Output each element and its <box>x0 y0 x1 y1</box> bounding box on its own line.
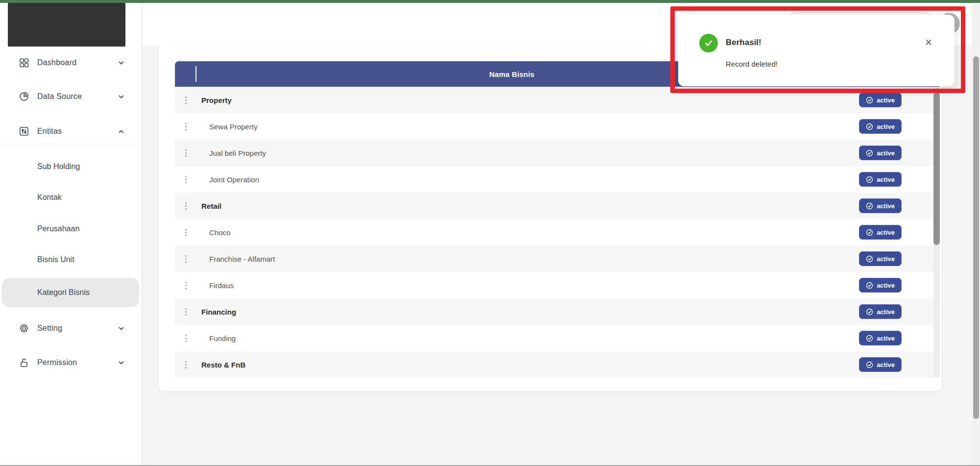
sidebar-item-dashboard[interactable]: Dashboard <box>0 51 142 74</box>
status-badge[interactable]: active <box>859 225 902 240</box>
table-row[interactable]: Financing active <box>175 298 940 325</box>
sidebar-item-kontak[interactable]: Kontak <box>0 186 142 209</box>
status-badge-label: active <box>877 361 895 368</box>
status-badge-label: active <box>877 123 895 130</box>
status-badge-label: active <box>877 97 895 104</box>
table-row[interactable]: Choco active <box>175 219 940 245</box>
sidebar-item-label: Entitas <box>37 127 62 136</box>
status-badge-label: active <box>877 149 895 157</box>
sidebar-item-label: Permission <box>37 358 77 367</box>
status-badge-label: active <box>877 255 895 263</box>
row-name: Choco <box>209 228 230 237</box>
chevron-down-icon <box>118 359 125 367</box>
pie-chart-icon <box>19 91 29 102</box>
status-badge[interactable]: active <box>859 331 902 345</box>
status-badge[interactable]: active <box>859 119 902 134</box>
sub-item-label: Perusahaan <box>37 224 79 233</box>
row-name: Financing <box>201 308 236 316</box>
row-menu-icon[interactable] <box>182 361 190 368</box>
sidebar-item-bisnis-unit[interactable]: Bisnis Unit <box>0 248 142 271</box>
grid-icon <box>19 57 29 68</box>
row-menu-icon[interactable] <box>182 335 190 342</box>
status-badge-label: active <box>877 335 895 342</box>
sub-item-label: Bisnis Unit <box>37 255 74 264</box>
window-scrollbar-thumb[interactable] <box>973 56 979 419</box>
row-name: Firdaus <box>209 281 234 290</box>
check-circle-icon <box>699 34 718 52</box>
sidebar-item-label: Data Source <box>37 92 82 101</box>
sidebar-item-entitas[interactable]: Entitas <box>0 120 142 143</box>
row-name: Sewa Property <box>209 123 257 131</box>
status-badge[interactable]: active <box>859 357 902 372</box>
status-badge[interactable]: active <box>859 172 902 187</box>
table-row[interactable]: Funding active <box>175 325 940 351</box>
status-badge-label: active <box>877 308 895 316</box>
status-badge[interactable]: active <box>859 278 902 293</box>
row-menu-icon[interactable] <box>182 202 190 210</box>
sidebar-item-label: Setting <box>37 324 62 333</box>
table-row[interactable]: Resto & FnB active <box>175 351 940 378</box>
kategori-bisnis-table: Nama Bisnis Property active Sewa Propert… <box>175 61 940 378</box>
row-menu-icon[interactable] <box>182 97 190 104</box>
table-scrollbar-thumb[interactable] <box>933 92 940 245</box>
status-badge-label: active <box>877 202 895 210</box>
status-badge[interactable]: active <box>859 304 902 319</box>
unlock-icon <box>19 357 29 368</box>
toast-title: Berhasil! <box>726 38 761 48</box>
row-menu-icon[interactable] <box>182 149 190 157</box>
table-row[interactable]: Retail active <box>175 193 940 219</box>
table-row[interactable]: Franchise - Alfamart active <box>175 245 940 272</box>
sidebar-item-perusahaan[interactable]: Perusahaan <box>0 217 142 241</box>
status-badge-label: active <box>877 282 895 289</box>
table-scrollbar-track[interactable] <box>933 87 940 378</box>
window-scrollbar-track[interactable] <box>972 3 980 465</box>
close-icon[interactable]: ✕ <box>923 37 934 48</box>
gear-icon <box>19 323 29 334</box>
sidebar-item-label: Dashboard <box>37 58 76 67</box>
row-menu-icon[interactable] <box>182 176 190 183</box>
row-menu-icon[interactable] <box>182 255 190 263</box>
sub-item-label: Kontak <box>37 193 62 202</box>
sidebar-item-sub-holding[interactable]: Sub Holding <box>0 155 142 178</box>
table-row[interactable]: Jual beli Property active <box>175 140 940 166</box>
row-menu-icon[interactable] <box>182 282 190 289</box>
sliders-icon <box>19 126 29 137</box>
row-name: Franchise - Alfamart <box>209 255 275 263</box>
status-badge-label: active <box>877 176 895 183</box>
sidebar: Dashboard Data Source Entitas <box>0 3 142 465</box>
row-name: Joint Operation <box>209 175 259 184</box>
sidebar-item-data-source[interactable]: Data Source <box>0 85 142 108</box>
row-name: Property <box>201 96 232 104</box>
app-window: Dashboard Data Source Entitas <box>0 0 980 466</box>
row-name: Retail <box>201 202 221 210</box>
status-badge[interactable]: active <box>859 198 902 213</box>
table-row[interactable]: Property active <box>175 87 940 113</box>
row-name: Funding <box>209 334 236 343</box>
sidebar-item-setting[interactable]: Setting <box>0 317 142 340</box>
table-row[interactable]: Joint Operation active <box>175 166 940 193</box>
sidebar-item-permission[interactable]: Permission <box>0 351 142 374</box>
sub-item-label: Kategori Bisnis <box>37 288 90 297</box>
toast-message: Record deleted! <box>726 60 778 68</box>
chevron-down-icon <box>118 93 125 100</box>
row-menu-icon[interactable] <box>182 229 190 236</box>
row-name: Jual beli Property <box>209 149 266 157</box>
table-row[interactable]: Sewa Property active <box>175 113 940 140</box>
sub-item-label: Sub Holding <box>37 162 80 171</box>
status-badge[interactable]: active <box>859 93 902 107</box>
status-badge[interactable]: active <box>859 251 902 266</box>
sidebar-divider <box>0 145 142 145</box>
sidebar-item-kategori-bisnis[interactable]: Kategori Bisnis <box>2 278 139 307</box>
chevron-down-icon <box>118 325 125 332</box>
chevron-down-icon <box>118 59 125 67</box>
row-menu-icon[interactable] <box>182 123 190 130</box>
logo <box>8 3 125 47</box>
row-menu-icon[interactable] <box>182 308 190 316</box>
toast-notification: Berhasil! Record deleted! ✕ <box>678 15 955 86</box>
table-card: Nama Bisnis Property active Sewa Propert… <box>159 46 942 391</box>
table-row[interactable]: Firdaus active <box>175 272 940 298</box>
status-badge-label: active <box>877 229 895 236</box>
top-accent-bar <box>0 0 980 3</box>
status-badge[interactable]: active <box>859 146 902 160</box>
table-body: Property active Sewa Property active Jua… <box>175 87 940 378</box>
